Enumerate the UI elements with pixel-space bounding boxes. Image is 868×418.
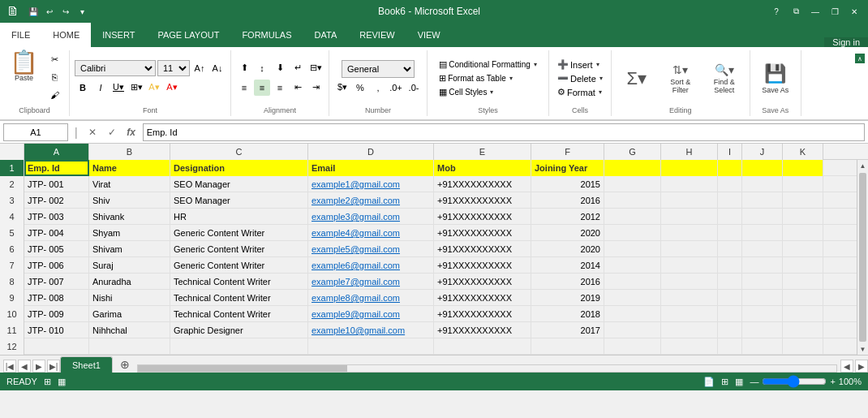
increase-decimal-button[interactable]: .0+	[388, 80, 404, 96]
increase-indent-button[interactable]: ⇥	[307, 80, 324, 96]
undo-qat-button[interactable]: ↩	[42, 4, 57, 19]
cell-A9[interactable]: JTP- 008	[24, 290, 89, 306]
cell-C1[interactable]: Designation	[170, 160, 308, 176]
maximize-button[interactable]: ❐	[827, 4, 842, 19]
cell-H5[interactable]	[661, 225, 718, 241]
col-header-K[interactable]: K	[783, 144, 823, 160]
number-format-select[interactable]: General	[342, 60, 415, 78]
cell-K6[interactable]	[783, 241, 823, 257]
cell-K12[interactable]	[783, 338, 823, 355]
cell-I5[interactable]	[718, 225, 742, 241]
cell-F6[interactable]: 2020	[531, 241, 604, 257]
col-header-A[interactable]: A	[24, 144, 89, 160]
cell-G2[interactable]	[604, 176, 661, 192]
increase-font-button[interactable]: A↑	[191, 60, 208, 76]
cell-C8[interactable]: Technical Content Writer	[170, 274, 308, 290]
cell-A6[interactable]: JTP- 005	[24, 241, 89, 257]
cell-I2[interactable]	[718, 176, 742, 192]
cell-K5[interactable]	[783, 225, 823, 241]
cell-K9[interactable]	[783, 290, 823, 306]
save-as-button[interactable]: 💾 Save As	[755, 60, 796, 97]
tab-formulas[interactable]: FORMULAS	[230, 23, 303, 47]
cell-E11[interactable]: +91XXXXXXXXXX	[434, 322, 531, 338]
col-header-H[interactable]: H	[661, 144, 718, 160]
scroll-up-button[interactable]: ▲	[857, 160, 868, 171]
cell-B9[interactable]: Nishi	[89, 290, 170, 306]
cell-H3[interactable]	[661, 192, 718, 209]
col-header-C[interactable]: C	[170, 144, 308, 160]
cell-E1[interactable]: Mob	[434, 160, 531, 176]
cell-D2[interactable]: example1@gmail.com	[308, 176, 434, 192]
align-bottom-button[interactable]: ⬇	[272, 60, 288, 76]
cell-I9[interactable]	[718, 290, 742, 306]
cell-E6[interactable]: +91XXXXXXXXXX	[434, 241, 531, 257]
cell-K4[interactable]	[783, 209, 823, 225]
cell-styles-button[interactable]: ▦ Cell Styles ▾	[436, 86, 496, 98]
percent-button[interactable]: %	[352, 80, 368, 96]
cell-D12[interactable]	[308, 338, 434, 355]
cell-E12[interactable]	[434, 338, 531, 355]
col-header-I[interactable]: I	[718, 144, 742, 160]
cell-E2[interactable]: +91XXXXXXXXXX	[434, 176, 531, 192]
cell-J11[interactable]	[742, 322, 783, 338]
cell-G7[interactable]	[604, 257, 661, 274]
cell-C6[interactable]: Generic Content Writer	[170, 241, 308, 257]
cell-A10[interactable]: JTP- 009	[24, 306, 89, 322]
cell-B3[interactable]: Shiv	[89, 192, 170, 209]
cell-C11[interactable]: Graphic Designer	[170, 322, 308, 338]
sheet-tab-sheet1[interactable]: Sheet1	[60, 356, 113, 373]
currency-button[interactable]: $▾	[334, 80, 350, 96]
cell-F8[interactable]: 2016	[531, 274, 604, 290]
cell-H7[interactable]	[661, 257, 718, 274]
cell-A8[interactable]: JTP- 007	[24, 274, 89, 290]
save-qat-button[interactable]: 💾	[26, 4, 41, 19]
cell-E7[interactable]: +91XXXXXXXXXX	[434, 257, 531, 274]
cell-H9[interactable]	[661, 290, 718, 306]
cell-D1[interactable]: Email	[308, 160, 434, 176]
cell-H8[interactable]	[661, 274, 718, 290]
cell-J10[interactable]	[742, 306, 783, 322]
scroll-down-button[interactable]: ▼	[857, 343, 868, 355]
sheet-prev-button[interactable]: ◀	[18, 360, 31, 373]
zoom-slider[interactable]	[762, 375, 827, 388]
cell-I8[interactable]	[718, 274, 742, 290]
cell-C10[interactable]: Technical Content Writer	[170, 306, 308, 322]
cancel-formula-button[interactable]: ✕	[84, 124, 101, 140]
tab-home[interactable]: HOME	[41, 23, 91, 47]
cell-H11[interactable]	[661, 322, 718, 338]
cell-A1[interactable]: Emp. Id	[24, 160, 89, 176]
cell-B11[interactable]: Nihhchal	[89, 322, 170, 338]
cell-H6[interactable]	[661, 241, 718, 257]
cell-F11[interactable]: 2017	[531, 322, 604, 338]
cell-K8[interactable]	[783, 274, 823, 290]
cell-G1[interactable]	[604, 160, 661, 176]
cell-G3[interactable]	[604, 192, 661, 209]
cell-I10[interactable]	[718, 306, 742, 322]
cell-B7[interactable]: Suraj	[89, 257, 170, 274]
h-scroll-right-button[interactable]: ▶	[855, 360, 868, 373]
add-sheet-button[interactable]: ⊕	[116, 356, 134, 373]
sheet-last-button[interactable]: ▶|	[47, 360, 60, 373]
decrease-font-button[interactable]: A↓	[209, 60, 226, 76]
tab-view[interactable]: VIEW	[406, 23, 452, 47]
format-table-button[interactable]: ⊞ Format as Table ▾	[436, 72, 516, 84]
cell-D7[interactable]: example6@gmail.com	[308, 257, 434, 274]
cell-B2[interactable]: Virat	[89, 176, 170, 192]
cell-B8[interactable]: Anuradha	[89, 274, 170, 290]
close-button[interactable]: ✕	[847, 4, 862, 19]
cell-I1[interactable]	[718, 160, 742, 176]
underline-button[interactable]: U▾	[110, 80, 127, 96]
cell-F4[interactable]: 2012	[531, 209, 604, 225]
h-scrollbar-track[interactable]	[137, 364, 837, 373]
zoom-in-button[interactable]: +	[830, 377, 835, 386]
cell-K7[interactable]	[783, 257, 823, 274]
cell-F2[interactable]: 2015	[531, 176, 604, 192]
cell-E3[interactable]: +91XXXXXXXXXX	[434, 192, 531, 209]
comma-button[interactable]: ,	[370, 80, 386, 96]
wrap-text-button[interactable]: ↵	[290, 60, 306, 76]
h-scrollbar-thumb[interactable]	[138, 365, 347, 372]
scrollbar-thumb[interactable]	[859, 173, 866, 342]
cell-H4[interactable]	[661, 209, 718, 225]
cell-D4[interactable]: example3@gmail.com	[308, 209, 434, 225]
customize-qat-button[interactable]: ▾	[75, 4, 89, 19]
